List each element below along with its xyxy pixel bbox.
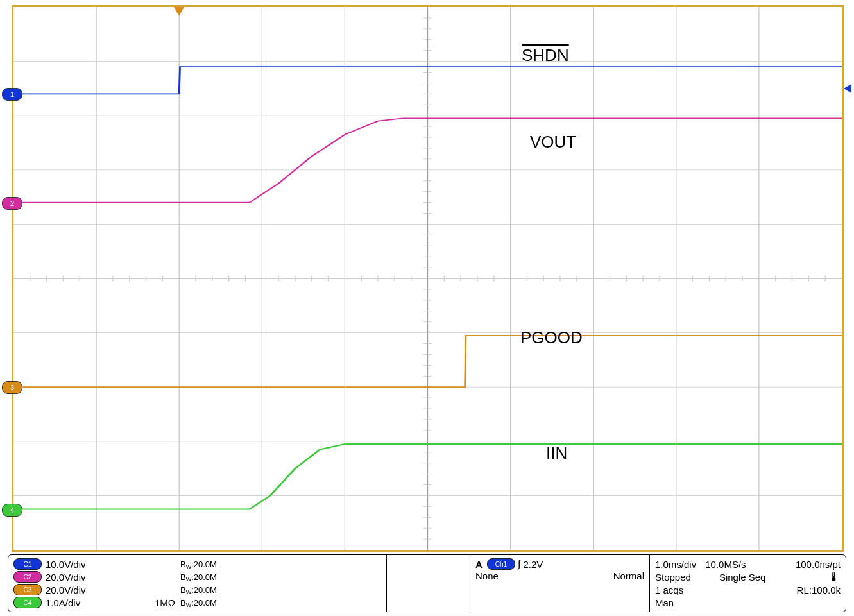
- ch1-scale: 10.0V/div: [46, 559, 97, 570]
- acq-mode: Single Seq: [719, 572, 766, 583]
- ch4-ground-marker-icon: 4: [2, 504, 22, 517]
- scope-svg: [13, 7, 842, 550]
- ch1-bw: BW:20.0M: [180, 560, 217, 569]
- oscilloscope-screenshot: SHDN VOUT PGOOD IIN 1 2 3 4 C1 10.0V/div…: [0, 0, 854, 616]
- trigger-man: Man: [655, 597, 674, 608]
- trig-source-pill-icon: Ch1: [487, 558, 515, 570]
- timebase: 1.0ms/div: [655, 559, 696, 570]
- ch2-ground-marker-icon: 2: [2, 197, 22, 210]
- ch4-pill-icon: C4: [13, 597, 42, 608]
- spacer-panel: [387, 555, 470, 612]
- run-state: Stopped: [655, 572, 691, 583]
- acq-count: 1 acqs: [655, 585, 683, 595]
- rising-edge-icon: ∫: [518, 558, 520, 570]
- ch4-impedance: 1MΩ: [155, 597, 180, 608]
- ch3-pill-icon: C3: [13, 584, 42, 595]
- scope-grid: [13, 7, 842, 550]
- ch4-scale: 1.0A/div: [46, 597, 97, 608]
- trig-none: None: [475, 570, 499, 583]
- ch1-ground-marker-icon: 1: [2, 88, 22, 101]
- record-length: RL:100.0k: [797, 585, 841, 595]
- label-shdn: SHDN: [522, 46, 569, 65]
- info-bar: C1 10.0V/div BW:20.0M C2 20.0V/div BW:20…: [8, 554, 846, 612]
- label-pgood: PGOOD: [520, 328, 583, 348]
- ch3-bw: BW:20.0M: [180, 585, 217, 595]
- channel-scales-panel: C1 10.0V/div BW:20.0M C2 20.0V/div BW:20…: [8, 555, 387, 612]
- ch2-scale: 20.0V/div: [46, 572, 97, 583]
- trigger-panel: A Ch1 ∫ 2.2V None Normal: [470, 555, 650, 612]
- trigger-level-arrow-icon: [844, 84, 851, 93]
- trig-level: 2.2V: [523, 559, 543, 570]
- sample-period: 100.0ns/pt: [796, 559, 841, 570]
- ch3-ground-marker-icon: 3: [2, 381, 22, 394]
- label-vout: VOUT: [530, 132, 576, 152]
- acquisition-panel: 1.0ms/div 10.0MS/s 100.0ns/pt Stopped Si…: [650, 555, 846, 612]
- thermometer-icon: 🌡: [828, 570, 841, 585]
- trig-a-label: A: [475, 559, 487, 570]
- ch1-pill-icon: C1: [13, 558, 42, 570]
- plot-area: SHDN VOUT PGOOD IIN: [12, 5, 844, 552]
- label-iin: IIN: [546, 443, 567, 463]
- ch2-bw: BW:20.0M: [180, 572, 217, 582]
- trig-normal: Normal: [613, 570, 644, 583]
- ch2-pill-icon: C2: [13, 571, 42, 583]
- ch4-bw: BW:20.0M: [180, 598, 217, 608]
- sample-rate: 10.0MS/s: [705, 559, 746, 570]
- ch3-scale: 20.0V/div: [46, 585, 97, 595]
- trigger-position-icon: [174, 7, 184, 16]
